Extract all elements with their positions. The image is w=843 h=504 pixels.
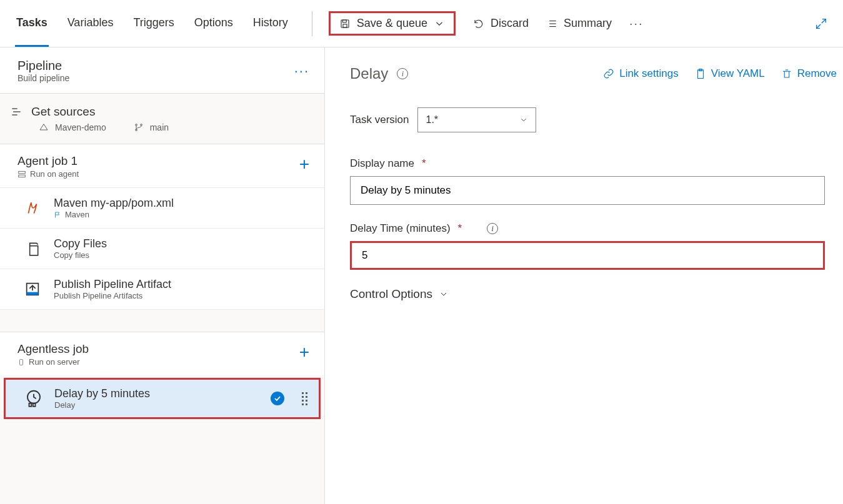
info-icon[interactable]: i [397, 68, 408, 79]
flag-icon [54, 211, 61, 219]
control-options-toggle[interactable]: Control Options [350, 287, 843, 301]
delay-time-input[interactable] [350, 241, 825, 270]
task-details-panel: Delay i Link settings View YAML Remove [325, 47, 843, 504]
task-title: Maven my-app/pom.xml [54, 197, 174, 210]
svg-rect-16 [19, 175, 26, 177]
toolbar: Save & queue Discard Summary ··· [329, 11, 828, 36]
task-subtitle: Publish Pipeline Artifacts [54, 291, 171, 300]
trash-icon [781, 68, 792, 79]
agent-job-subtitle: Run on agent [30, 169, 79, 179]
more-button[interactable]: ··· [629, 16, 644, 31]
svg-point-12 [135, 124, 137, 126]
chevron-down-icon [439, 289, 449, 299]
svg-point-13 [140, 124, 142, 126]
tab-triggers[interactable]: Triggers [132, 0, 175, 47]
link-settings-label: Link settings [619, 67, 679, 80]
svg-rect-1 [342, 20, 346, 22]
link-settings-button[interactable]: Link settings [603, 67, 679, 80]
status-badge [271, 392, 284, 405]
chevron-down-icon [434, 18, 445, 29]
agent-job-title: Agent job 1 [17, 154, 79, 168]
required-indicator: * [458, 222, 462, 235]
upload-icon [24, 280, 41, 298]
discard-label: Discard [491, 17, 529, 30]
repo-icon [39, 122, 49, 132]
clipboard-icon [695, 68, 706, 79]
pipeline-more-button[interactable]: ··· [294, 63, 309, 79]
pipeline-title: Pipeline [17, 59, 69, 73]
save-queue-button[interactable]: Save & queue [329, 11, 456, 36]
spacer [0, 309, 324, 332]
required-indicator: * [422, 157, 426, 170]
server-icon [17, 358, 25, 367]
display-name-input[interactable] [350, 176, 825, 205]
summary-button[interactable]: Summary [546, 17, 612, 30]
svg-rect-17 [30, 246, 38, 255]
drag-handle[interactable] [302, 392, 307, 405]
task-subtitle: Maven [65, 210, 89, 219]
undo-icon [473, 18, 484, 29]
view-yaml-label: View YAML [711, 67, 765, 80]
view-yaml-button[interactable]: View YAML [695, 67, 765, 80]
delay-time-label: Delay Time (minutes)* i [350, 222, 843, 235]
pipeline-subtitle: Build pipeline [17, 73, 69, 83]
delay-icon [24, 388, 43, 407]
separator [312, 11, 312, 36]
server-icon [17, 170, 26, 179]
svg-rect-23 [33, 403, 36, 406]
task-subtitle: Delay [54, 400, 150, 410]
tab-tasks[interactable]: Tasks [15, 0, 49, 47]
save-icon [339, 18, 351, 29]
copy-icon [24, 240, 41, 257]
repo-name: Maven-demo [55, 122, 106, 132]
branch-name: main [150, 122, 169, 132]
maven-icon [24, 200, 41, 216]
task-subtitle: Copy files [54, 250, 107, 260]
agentless-job-title: Agentless job [17, 342, 89, 356]
svg-rect-20 [20, 359, 23, 365]
agentless-job-subtitle: Run on server [29, 357, 80, 367]
top-bar: Tasks Variables Triggers Options History… [0, 0, 843, 47]
task-title: Publish Pipeline Artifact [54, 278, 171, 291]
svg-rect-2 [343, 24, 347, 27]
summary-label: Summary [564, 17, 612, 30]
remove-button[interactable]: Remove [781, 67, 837, 80]
remove-label: Remove [797, 67, 837, 80]
display-name-label: Display name* [350, 157, 843, 170]
task-version-value: 1.* [426, 114, 438, 126]
tab-bar: Tasks Variables Triggers Options History [15, 0, 289, 47]
agent-job-header[interactable]: Agent job 1 Run on agent + [0, 144, 324, 187]
task-row-delay-selected[interactable]: Delay by 5 minutes Delay [4, 378, 321, 419]
task-row-copy[interactable]: Copy Files Copy files [0, 228, 324, 269]
task-version-select[interactable]: 1.* [417, 107, 536, 132]
sources-icon [10, 106, 22, 118]
add-task-button[interactable]: + [299, 154, 309, 174]
tab-history[interactable]: History [252, 0, 289, 47]
task-title: Copy Files [54, 237, 107, 250]
branch-icon [134, 122, 144, 132]
task-title: Delay by 5 minutes [54, 387, 150, 400]
get-sources-item[interactable]: Get sources Maven-demo main [0, 94, 324, 144]
pipeline-tree: Pipeline Build pipeline ··· Get sources … [0, 47, 325, 504]
svg-rect-19 [27, 292, 39, 295]
add-task-button[interactable]: + [299, 342, 309, 362]
link-icon [603, 68, 614, 79]
task-version-label: Task version [350, 114, 409, 126]
panel-title: Delay [350, 65, 388, 82]
list-icon [546, 18, 557, 29]
pipeline-header[interactable]: Pipeline Build pipeline ··· [0, 47, 324, 94]
svg-rect-15 [19, 171, 26, 174]
agentless-job-header[interactable]: Agentless job Run on server + [0, 332, 324, 375]
tab-variables[interactable]: Variables [66, 0, 115, 47]
save-queue-label: Save & queue [357, 17, 427, 30]
chevron-down-icon [519, 116, 528, 124]
task-row-maven[interactable]: Maven my-app/pom.xml Maven [0, 187, 324, 228]
task-row-publish[interactable]: Publish Pipeline Artifact Publish Pipeli… [0, 269, 324, 309]
info-icon[interactable]: i [487, 223, 498, 234]
discard-button[interactable]: Discard [473, 17, 529, 30]
control-options-label: Control Options [350, 287, 432, 301]
expand-icon[interactable] [814, 17, 828, 31]
tab-options[interactable]: Options [193, 0, 234, 47]
svg-rect-22 [29, 403, 32, 406]
get-sources-label: Get sources [31, 105, 95, 119]
